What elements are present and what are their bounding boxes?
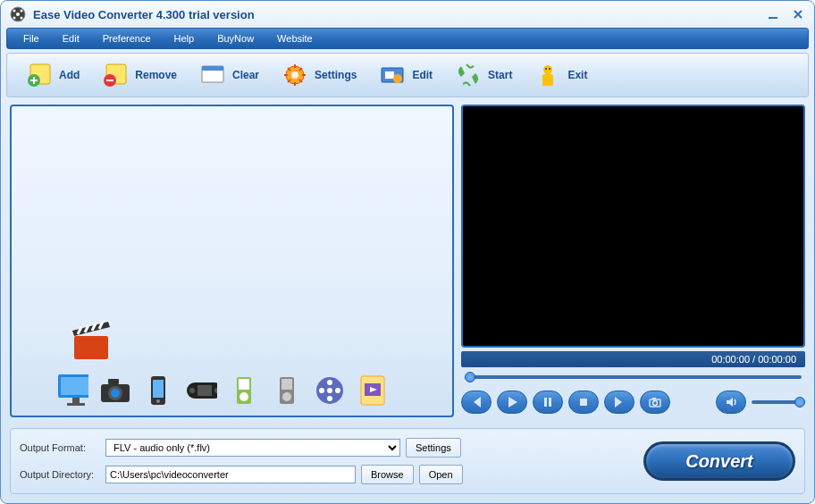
browse-button[interactable]: Browse: [361, 465, 414, 484]
svg-rect-16: [385, 71, 394, 79]
svg-rect-42: [281, 379, 292, 390]
svg-point-49: [335, 388, 340, 393]
menu-file[interactable]: File: [14, 31, 48, 46]
svg-point-40: [239, 392, 248, 401]
toolbar: Add Remove Clear Settings Edit Start Exi…: [6, 53, 809, 97]
start-label: Start: [488, 69, 512, 81]
remove-button[interactable]: Remove: [90, 57, 188, 93]
menu-preference[interactable]: Preference: [94, 31, 160, 46]
seek-bar[interactable]: [461, 371, 805, 383]
menu-edit[interactable]: Edit: [54, 31, 88, 46]
pause-button[interactable]: [533, 391, 563, 414]
exit-label: Exit: [567, 69, 587, 81]
svg-point-1: [16, 13, 20, 16]
titlebar: Ease Video Converter 4.300 trial version: [1, 1, 814, 28]
remove-icon: [101, 61, 130, 89]
clear-label: Clear: [232, 69, 259, 81]
svg-point-5: [21, 17, 23, 20]
seek-thumb[interactable]: [465, 372, 475, 382]
add-button[interactable]: Add: [14, 57, 90, 93]
output-format-label: Output Format:: [20, 442, 100, 453]
add-icon: [25, 61, 54, 89]
convert-label: Convert: [685, 451, 753, 472]
play-button[interactable]: [497, 391, 527, 414]
svg-rect-39: [239, 379, 249, 390]
svg-rect-57: [652, 398, 656, 399]
main-window: Ease Video Converter 4.300 trial version…: [0, 0, 815, 504]
content-area: 00:00:00 / 00:00:00: [1, 97, 814, 424]
video-preview[interactable]: [461, 105, 805, 348]
svg-point-36: [189, 388, 195, 393]
format-settings-button[interactable]: Settings: [406, 438, 461, 458]
video-file-icon: [357, 374, 389, 407]
open-button[interactable]: Open: [419, 465, 463, 484]
svg-point-4: [13, 17, 16, 20]
svg-point-19: [545, 68, 547, 70]
svg-rect-21: [74, 336, 108, 359]
svg-point-46: [327, 380, 332, 385]
svg-point-17: [393, 74, 402, 83]
svg-point-14: [291, 71, 298, 79]
svg-rect-35: [197, 385, 212, 396]
next-button[interactable]: [604, 391, 634, 414]
clear-button[interactable]: Clear: [188, 57, 270, 93]
app-icon: [10, 6, 26, 22]
svg-point-2: [13, 10, 16, 13]
ipod-green-icon: [228, 374, 260, 407]
svg-point-18: [543, 65, 552, 74]
svg-point-56: [652, 401, 657, 406]
svg-rect-23: [61, 377, 88, 395]
stop-button[interactable]: [568, 391, 599, 414]
start-button[interactable]: Start: [443, 57, 523, 93]
prev-button[interactable]: [461, 391, 492, 414]
start-icon: [454, 61, 483, 89]
svg-point-43: [282, 392, 291, 401]
exit-button[interactable]: Exit: [523, 57, 598, 93]
convert-button[interactable]: Convert: [643, 441, 795, 481]
volume-button[interactable]: [716, 391, 746, 414]
svg-rect-53: [549, 398, 551, 407]
psp-icon: [185, 374, 217, 407]
close-button[interactable]: [791, 7, 805, 21]
svg-rect-52: [544, 398, 547, 407]
ipod-gray-icon: [271, 374, 303, 407]
window-title: Ease Video Converter 4.300 trial version: [33, 8, 766, 21]
menubar: File Edit Preference Help BuyNow Website: [6, 28, 809, 49]
svg-point-48: [319, 388, 324, 393]
svg-rect-28: [108, 379, 119, 384]
output-directory-input[interactable]: [105, 466, 356, 483]
menu-help[interactable]: Help: [165, 31, 204, 46]
file-list-panel[interactable]: [10, 105, 454, 417]
output-format-select[interactable]: FLV - audio only (*.flv): [105, 439, 400, 457]
settings-icon: [281, 61, 309, 89]
settings-button[interactable]: Settings: [270, 57, 367, 93]
svg-point-47: [327, 396, 332, 401]
svg-point-30: [111, 389, 120, 398]
camera-icon: [99, 374, 131, 407]
volume-thumb[interactable]: [794, 397, 805, 407]
output-panel: Output Format: FLV - audio only (*.flv) …: [10, 428, 805, 494]
device-icons-row: [56, 374, 389, 407]
film-reel-icon: [314, 374, 346, 407]
svg-rect-25: [67, 403, 85, 406]
snapshot-button[interactable]: [640, 391, 670, 414]
volume-slider[interactable]: [752, 400, 805, 404]
svg-point-33: [156, 399, 160, 403]
player-controls: [461, 387, 805, 417]
edit-button[interactable]: Edit: [367, 57, 443, 93]
menu-buynow[interactable]: BuyNow: [208, 31, 263, 46]
remove-label: Remove: [135, 69, 177, 81]
edit-icon: [378, 61, 407, 89]
svg-point-3: [21, 10, 23, 13]
svg-rect-12: [202, 66, 223, 71]
svg-point-45: [327, 388, 332, 393]
phone-icon: [142, 374, 174, 407]
edit-label: Edit: [412, 69, 433, 81]
menu-website[interactable]: Website: [268, 31, 322, 46]
clapperboard-icon: [65, 318, 119, 366]
monitor-icon: [56, 374, 88, 407]
minimize-button[interactable]: [766, 7, 780, 21]
clear-icon: [198, 61, 227, 89]
time-display: 00:00:00 / 00:00:00: [461, 351, 805, 367]
svg-rect-6: [769, 17, 777, 19]
